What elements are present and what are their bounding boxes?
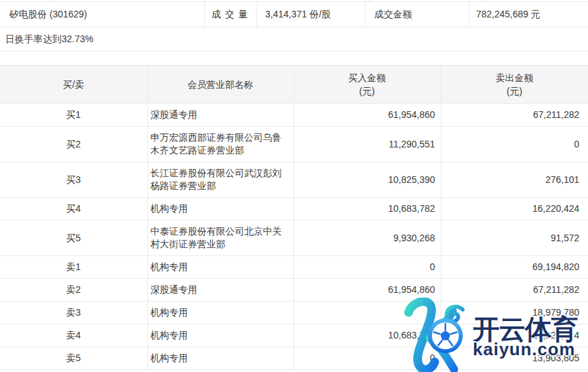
side-rank-cell: 买1	[0, 104, 147, 127]
divider	[484, 0, 484, 2]
amount-label: 成交金额	[365, 2, 469, 27]
side-rank-cell: 卖3	[0, 302, 147, 324]
broker-name-cell: 申万宏源西部证券有限公司乌鲁木齐文艺路证券营业部	[147, 127, 293, 162]
col-header-label: 买/卖	[0, 78, 147, 91]
col-header-side: 买/卖	[0, 66, 147, 104]
sell-amount-cell: 0	[441, 127, 588, 162]
side-rank-cell: 买5	[0, 221, 147, 256]
sell-amount-cell: 91,572	[441, 221, 588, 256]
col-header-unit: (元)	[294, 84, 441, 98]
watermark: 开云体育 kaiyun.com	[395, 298, 588, 372]
stock-summary-strip: 矽电股份 (301629) 成交量 3,414,371 份/股 成交金额 782…	[0, 2, 588, 27]
top-edge-row	[0, 0, 588, 2]
side-rank-cell: 卖2	[0, 279, 147, 302]
side-rank-cell: 卖1	[0, 256, 147, 279]
divider	[368, 0, 369, 2]
col-header-broker: 会员营业部名称	[147, 66, 293, 104]
col-header-label: 买入金额	[294, 71, 441, 84]
broker-name-cell: 机构专用	[147, 347, 293, 370]
broker-name-cell: 深股通专用	[147, 279, 293, 302]
broker-name-cell: 中泰证券股份有限公司北京中关村大街证券营业部	[147, 221, 293, 256]
side-rank-cell: 卖4	[0, 324, 147, 347]
table-row: 买2 申万宏源西部证券有限公司乌鲁木齐文艺路证券营业部 11,290,551 0	[0, 127, 588, 162]
amount-value: 782,245,689 元	[469, 2, 588, 27]
sell-amount-cell: 276,101	[441, 162, 588, 198]
page: 矽电股份 (301629) 成交量 3,414,371 份/股 成交金额 782…	[0, 0, 588, 372]
table-row: 买4 机构专用 10,683,782 16,220,424	[0, 198, 588, 221]
buy-amount-cell: 11,290,551	[293, 127, 441, 162]
volume-label: 成交量	[204, 2, 256, 27]
broker-name-cell: 长江证券股份有限公司武汉彭刘杨路证券营业部	[147, 162, 293, 198]
table-row: 卖1 机构专用 0 69,194,820	[0, 256, 588, 279]
table-header-row: 买/卖 会员营业部名称 买入金额 (元) 卖出金额 (元)	[0, 66, 588, 104]
buy-amount-cell: 10,825,390	[293, 162, 441, 198]
side-rank-cell: 买3	[0, 162, 147, 198]
sell-amount-cell: 69,194,820	[441, 256, 588, 279]
table-row: 买1 深股通专用 61,954,860 67,211,282	[0, 104, 588, 127]
side-rank-cell: 买4	[0, 198, 147, 221]
broker-name-cell: 机构专用	[147, 256, 293, 279]
broker-name-cell: 机构专用	[147, 324, 293, 347]
broker-name-cell: 深股通专用	[147, 104, 293, 127]
buy-amount-cell: 10,683,782	[293, 198, 441, 221]
divider	[204, 0, 205, 2]
divider	[56, 0, 56, 2]
table-row: 买3 长江证券股份有限公司武汉彭刘杨路证券营业部 10,825,390 276,…	[0, 162, 588, 198]
sell-amount-cell: 16,220,424	[441, 198, 588, 221]
col-header-sell-amount: 卖出金额 (元)	[441, 66, 588, 104]
col-header-buy-amount: 买入金额 (元)	[293, 66, 441, 104]
stock-name: 矽电股份 (301629)	[0, 2, 204, 27]
buy-amount-cell: 9,930,268	[293, 221, 441, 256]
col-header-unit: (元)	[441, 84, 588, 98]
broker-name-cell: 机构专用	[147, 302, 293, 324]
buy-amount-cell: 61,954,860	[293, 104, 441, 127]
soccer-ball-icon	[428, 318, 463, 353]
turnover-note: 日换手率达到32.73%	[0, 27, 588, 52]
col-header-label: 会员营业部名称	[148, 78, 293, 91]
col-header-label: 卖出金额	[441, 71, 588, 84]
volume-value: 3,414,371 份/股	[256, 2, 365, 27]
side-rank-cell: 卖5	[0, 347, 147, 370]
watermark-domain-text: kaiyun.com	[473, 339, 575, 360]
section-gap	[0, 52, 588, 65]
sell-amount-cell: 67,211,282	[441, 104, 588, 127]
buy-amount-cell: 0	[293, 256, 441, 279]
side-rank-cell: 买2	[0, 127, 147, 162]
table-row: 买5 中泰证券股份有限公司北京中关村大街证券营业部 9,930,268 91,5…	[0, 221, 588, 256]
broker-name-cell: 机构专用	[147, 198, 293, 221]
